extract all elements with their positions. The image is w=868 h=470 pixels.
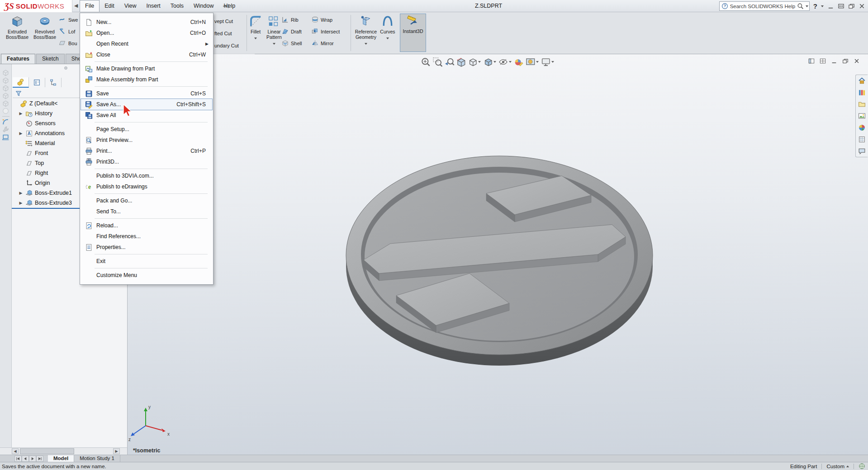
scroll-right-icon[interactable]: ▶ xyxy=(113,448,120,454)
menu-item-publish-to-edrawings[interactable]: ePublish to eDrawings xyxy=(81,181,212,192)
ribbon-button-extruded-boss-base[interactable]: ExtrudedBoss/Base xyxy=(4,14,30,40)
panel-splitter-dot[interactable] xyxy=(64,66,67,70)
ribbon-button-bou[interactable]: Bou xyxy=(59,39,77,47)
caret-down-icon[interactable] xyxy=(536,61,539,63)
split-pane-icon[interactable] xyxy=(808,58,815,64)
menubar-item-window[interactable]: Window xyxy=(189,0,218,12)
ribbon-button-rib[interactable]: Rib xyxy=(281,16,299,24)
menu-item-print[interactable]: Print...Ctrl+P xyxy=(81,146,212,156)
flyout-caret-icon[interactable] xyxy=(365,43,367,45)
cube-icon[interactable] xyxy=(2,99,9,107)
sketch-icon[interactable] xyxy=(2,118,9,126)
flyout-caret-icon[interactable] xyxy=(386,38,389,39)
menu-item-pack-and-go[interactable]: Pack and Go... xyxy=(81,195,212,206)
cube-icon[interactable] xyxy=(2,69,9,76)
menu-item-customize-menu[interactable]: Customize Menu xyxy=(81,270,212,281)
document-min-icon[interactable] xyxy=(831,58,837,64)
apply-scene-icon[interactable] xyxy=(526,57,539,66)
cube-icon[interactable] xyxy=(2,84,9,92)
menu-item-publish-to-3dvia-com[interactable]: Publish to 3DVIA.com... xyxy=(81,170,212,181)
ribbon-label-vept-cut[interactable]: vept Cut xyxy=(214,19,233,24)
menubar-item-help[interactable]: Help xyxy=(219,0,241,12)
zoom-fit-icon[interactable] xyxy=(421,57,430,66)
ribbon-button-draft[interactable]: Draft xyxy=(281,28,302,35)
viewport-grid-icon[interactable] xyxy=(820,58,826,64)
menubar-item-tools[interactable]: Tools xyxy=(166,0,189,12)
taskpane-custom-properties-icon[interactable] xyxy=(858,136,866,143)
fm-tab-featuremanager[interactable] xyxy=(13,77,29,88)
taskpane-file-explorer-icon[interactable] xyxy=(858,100,866,108)
view-orientation-icon[interactable] xyxy=(468,57,481,66)
menu-item-send-to[interactable]: Send To... xyxy=(81,206,212,217)
nav-next-icon[interactable] xyxy=(29,456,36,462)
cm-tab-features[interactable]: Features xyxy=(1,54,35,64)
menubar-item-insert[interactable]: Insert xyxy=(142,0,166,12)
menubar-item-edit[interactable]: Edit xyxy=(100,0,119,12)
restore-button[interactable] xyxy=(848,3,855,9)
taskpane-forum-icon[interactable] xyxy=(858,147,866,155)
ribbon-button-revolved-boss-base[interactable]: RevolvedBoss/Base xyxy=(32,14,58,40)
resize-button[interactable] xyxy=(838,3,844,9)
expand-arrow-icon[interactable]: ▶ xyxy=(17,191,24,195)
taskpane-view-palette-icon[interactable] xyxy=(858,112,866,120)
view-settings-icon[interactable] xyxy=(541,57,554,66)
ribbon-button-mirror[interactable]: Mirror xyxy=(311,39,334,47)
expand-arrow-icon[interactable]: ▶ xyxy=(17,131,24,136)
doc-tab-motion-study-1[interactable]: Motion Study 1 xyxy=(74,455,120,462)
menu-item-print-preview[interactable]: Print Preview... xyxy=(81,135,212,146)
frame-icon[interactable] xyxy=(2,133,9,141)
cube-icon[interactable] xyxy=(2,92,9,99)
ribbon-button-lof[interactable]: Lof xyxy=(59,28,75,35)
document-restore-icon[interactable] xyxy=(842,58,849,64)
units-selector[interactable]: Custom xyxy=(826,464,849,469)
display-style-icon[interactable] xyxy=(483,57,496,66)
pin-menu-icon[interactable] xyxy=(223,3,229,10)
fm-tab-configurationmanager[interactable] xyxy=(45,78,62,87)
menu-collapse-arrow-icon[interactable]: ◀ xyxy=(74,3,78,9)
filter-funnel-icon[interactable] xyxy=(15,90,22,97)
menu-item-print3d[interactable]: 3DPrint3D... xyxy=(81,156,212,167)
menu-item-save-as[interactable]: Save As...Ctrl+Shift+S xyxy=(81,99,212,110)
scroll-left-icon[interactable]: ◀ xyxy=(12,448,19,454)
menu-item-exit[interactable]: Exit xyxy=(81,256,212,267)
scrollbar-thumb[interactable] xyxy=(20,448,74,454)
wrench-icon[interactable] xyxy=(2,126,9,133)
menubar-item-view[interactable]: View xyxy=(119,0,142,12)
model-canvas[interactable] xyxy=(128,54,868,455)
ribbon-button-curves[interactable]: Curves xyxy=(375,14,401,41)
ribbon-label-undary-cut[interactable]: undary Cut xyxy=(214,43,239,48)
menu-item-make-drawing-from-part[interactable]: Make Drawing from Part xyxy=(81,63,212,74)
menu-item-open-recent[interactable]: Open Recent▶ xyxy=(81,38,212,49)
sphere-icon[interactable] xyxy=(2,107,9,115)
nav-last-icon[interactable] xyxy=(36,456,43,462)
help-button[interactable]: ? xyxy=(813,2,824,10)
ribbon-label-fted-cut[interactable]: fted Cut xyxy=(214,31,232,36)
taskpane-home-icon[interactable] xyxy=(858,77,866,85)
menu-item-save-all[interactable]: Save All xyxy=(81,110,212,121)
menu-item-properties[interactable]: Properties... xyxy=(81,242,212,253)
search-input[interactable]: ? Search SOLIDWORKS Help xyxy=(719,1,810,11)
caret-down-icon[interactable] xyxy=(551,61,554,63)
edit-appearance-icon[interactable] xyxy=(514,57,523,66)
section-view-icon[interactable] xyxy=(456,57,465,66)
menubar-item-file[interactable]: File xyxy=(80,0,100,12)
hide-show-items-icon[interactable] xyxy=(498,57,512,66)
search-caret-icon[interactable] xyxy=(806,5,808,7)
magnifier-icon[interactable] xyxy=(797,3,804,9)
zoom-previous-icon[interactable] xyxy=(444,57,454,66)
caret-down-icon[interactable] xyxy=(509,61,512,63)
menu-item-make-assembly-from-part[interactable]: Make Assembly from Part xyxy=(81,74,212,85)
flyout-caret-icon[interactable] xyxy=(273,43,275,45)
menu-item-find-references[interactable]: Find References... xyxy=(81,231,212,242)
taskpane-design-library-icon[interactable] xyxy=(858,89,866,96)
caret-down-icon[interactable] xyxy=(493,61,496,63)
nav-first-icon[interactable] xyxy=(14,456,22,462)
nav-prev-icon[interactable] xyxy=(22,456,29,462)
menu-item-reload[interactable]: Reload... xyxy=(81,220,212,231)
zoom-area-icon[interactable] xyxy=(432,57,442,66)
ribbon-button-wrap[interactable]: Wrap xyxy=(311,16,332,24)
minimize-button[interactable] xyxy=(827,3,834,9)
ribbon-button-intersect[interactable]: Intersect xyxy=(311,28,340,35)
taskpane-appearances-icon[interactable] xyxy=(858,124,866,132)
globe-icon[interactable] xyxy=(859,463,865,470)
